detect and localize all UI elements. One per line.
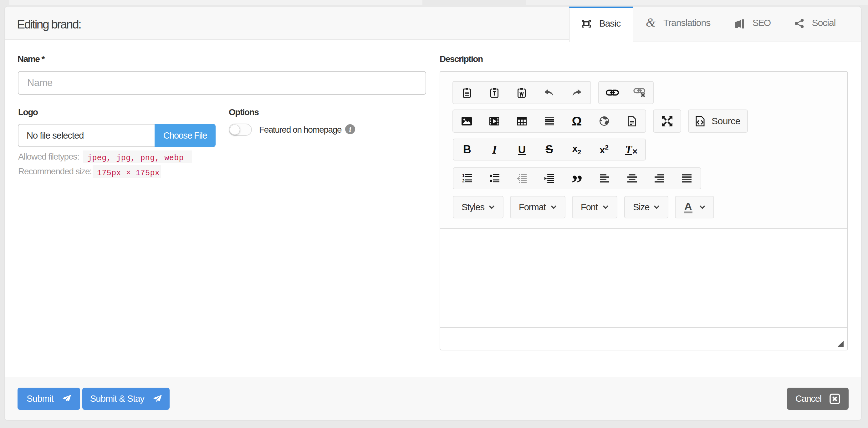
svg-text:1: 1 — [462, 174, 465, 178]
svg-text:2: 2 — [462, 178, 465, 183]
